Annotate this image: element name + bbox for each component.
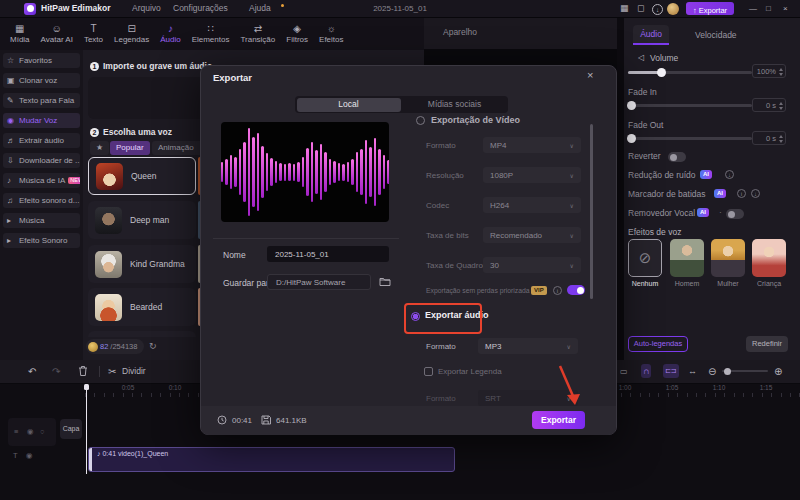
filter-chip-animacao[interactable]: Animação — [152, 141, 200, 155]
refresh-icon[interactable]: ↻ — [149, 341, 157, 351]
fade-out-slider-knob[interactable] — [627, 134, 636, 143]
voice-effect-mulher[interactable] — [711, 239, 745, 277]
tab-local[interactable]: Local — [297, 98, 401, 112]
text-track-icon[interactable]: T — [13, 450, 18, 462]
tab-avatar-ai[interactable]: ☺Avatar AI — [41, 17, 73, 50]
tab-elementos[interactable]: ∷Elementos — [192, 17, 230, 50]
track-mute-icon[interactable]: ◉ — [26, 450, 33, 462]
auto-captions-button[interactable]: Auto-legendas — [628, 336, 688, 352]
save-path-input[interactable] — [267, 274, 371, 290]
sidebar-item-musica[interactable]: ▸Música — [3, 213, 80, 228]
menu-ajuda[interactable]: Ajuda — [249, 0, 271, 17]
timeline-zoom-slider[interactable] — [722, 370, 768, 372]
sidebar-item-texto-para-fala[interactable]: ✎Texto para Fala — [3, 93, 80, 108]
sidebar-item-favoritos[interactable]: ☆Favoritos — [3, 53, 80, 68]
sidebar-item-clonar-voz[interactable]: ▣Clonar voz — [3, 73, 80, 88]
cover-button[interactable]: Capa — [60, 419, 82, 439]
menu-arquivo[interactable]: Arquivo — [132, 0, 161, 17]
fit-timeline-icon[interactable]: ↔ — [688, 360, 697, 383]
stepper-icon[interactable] — [779, 102, 783, 110]
trim-icon[interactable]: ⊏⊐ — [663, 364, 679, 378]
download-icon[interactable]: ↓ — [652, 4, 663, 15]
sidebar-item-mudar-voz[interactable]: ◉Mudar Voz — [3, 113, 80, 128]
close-button[interactable]: × — [783, 0, 788, 17]
fade-in-slider[interactable] — [628, 104, 752, 107]
maximize-button[interactable]: □ — [766, 0, 771, 17]
sidebar-item-efeito-sonoro[interactable]: ▸Efeito Sonoro — [3, 233, 80, 248]
voice-effect-homem[interactable] — [670, 239, 704, 277]
download-circle-icon[interactable]: ↓ — [725, 170, 734, 179]
stepper-icon[interactable] — [779, 135, 783, 143]
magnet-icon[interactable]: ∩ — [641, 364, 651, 378]
voice-card-partial[interactable] — [88, 331, 196, 337]
tab-efeitos[interactable]: ☼Efeitos — [319, 17, 343, 50]
framerate-select[interactable]: 30 — [483, 257, 581, 273]
split-label[interactable]: Dividir — [122, 360, 146, 383]
volume-value[interactable]: 100% — [752, 64, 786, 78]
resolution-select[interactable]: 1080P — [483, 167, 581, 183]
voice-card-bearded[interactable]: Bearded — [88, 288, 196, 326]
fade-in-slider-knob[interactable] — [627, 101, 636, 110]
video-format-select[interactable]: MP4 — [483, 137, 581, 153]
favorites-filter-chip[interactable]: ★ — [90, 141, 109, 155]
reverse-toggle[interactable] — [668, 152, 686, 162]
track-options-icon[interactable]: ≡ — [14, 426, 18, 438]
folder-icon[interactable] — [379, 276, 391, 287]
feedback-icon[interactable]: ◻ — [637, 0, 644, 17]
dialog-export-button[interactable]: Exportar — [532, 411, 585, 429]
bitrate-select[interactable]: Recomendado — [483, 227, 581, 243]
vocal-remover-toggle[interactable] — [726, 209, 744, 219]
timeline-clip[interactable]: ♪ 0:41 video(1)_Queen — [88, 447, 455, 472]
fade-out-value[interactable]: 0s — [752, 131, 786, 145]
dialog-close-icon[interactable]: × — [587, 69, 593, 81]
link-icon[interactable]: ▭ — [620, 360, 628, 383]
clip-trim-handle[interactable] — [89, 448, 92, 471]
stepper-icon[interactable] — [779, 68, 783, 76]
tab-legendas[interactable]: ⊟Legendas — [114, 17, 149, 50]
tab-inspector-audio[interactable]: Áudio — [633, 25, 669, 45]
zoom-in-icon[interactable]: ⊕ — [774, 360, 782, 383]
sidebar-item-efeito-sonoro-ia[interactable]: ♫Efeito sonoro d...NEW — [3, 193, 80, 208]
voice-effect-crianca[interactable] — [752, 239, 786, 277]
filter-chip-popular[interactable]: Popular — [110, 141, 150, 155]
minimize-button[interactable]: — — [749, 0, 757, 17]
track-lock-icon[interactable]: ○ — [40, 426, 45, 438]
playhead[interactable] — [86, 384, 87, 474]
voice-effect-nenhum[interactable]: ⊘ — [628, 239, 662, 277]
export-subtitle-checkbox[interactable] — [424, 367, 433, 376]
scissors-icon[interactable]: ✂ — [108, 360, 116, 383]
timeline-zoom-knob[interactable] — [724, 368, 731, 375]
redo-icon[interactable]: ↷ — [52, 360, 60, 383]
export-video-radio[interactable] — [416, 116, 425, 125]
volume-slider-knob[interactable] — [657, 68, 666, 77]
name-input[interactable] — [267, 246, 389, 262]
tab-audio[interactable]: ♪Áudio — [160, 17, 180, 50]
zoom-out-icon[interactable]: ⊖ — [708, 360, 716, 383]
lossless-toggle[interactable] — [567, 285, 585, 295]
tab-transicao[interactable]: ⇄Transição — [240, 17, 275, 50]
voice-card-kind-grandma[interactable]: Kind Grandma — [88, 245, 196, 283]
dialog-scrollbar[interactable] — [590, 124, 593, 299]
tab-midias-sociais[interactable]: Mídias sociais — [403, 98, 507, 112]
sidebar-item-musica-de-ia[interactable]: ♪Música de IANEW — [3, 173, 80, 188]
tab-inspector-velocidade[interactable]: Velocidade — [695, 30, 737, 40]
fade-in-value[interactable]: 0s — [752, 98, 786, 112]
layout-icon[interactable]: ▦ — [620, 0, 629, 17]
reset-button[interactable]: Redefinir — [746, 336, 788, 352]
voice-card-queen[interactable]: Queen — [88, 157, 196, 195]
undo-icon[interactable]: ↶ — [28, 360, 36, 383]
tab-midia[interactable]: ▦Mídia — [10, 17, 30, 50]
volume-slider[interactable] — [628, 71, 752, 74]
sidebar-item-extrair-audio[interactable]: ♬Extrair áudio — [3, 133, 80, 148]
download-circle-icon[interactable]: ↓ — [751, 189, 760, 198]
voice-card-deep-man[interactable]: Deep man — [88, 201, 196, 239]
audio-format-select[interactable]: MP3 — [478, 338, 578, 354]
track-monitor-icon[interactable]: ◉ — [27, 426, 34, 438]
tab-texto[interactable]: TTexto — [84, 17, 103, 50]
delete-icon[interactable] — [78, 365, 88, 377]
menu-configuracoes[interactable]: Configurações — [173, 0, 228, 17]
codec-select[interactable]: H264 — [483, 197, 581, 213]
sidebar-item-downloader[interactable]: ⇩Downloader de ... — [3, 153, 80, 168]
titlebar-export-button[interactable]: ↑ Exportar — [686, 2, 734, 15]
user-avatar[interactable] — [667, 3, 679, 15]
